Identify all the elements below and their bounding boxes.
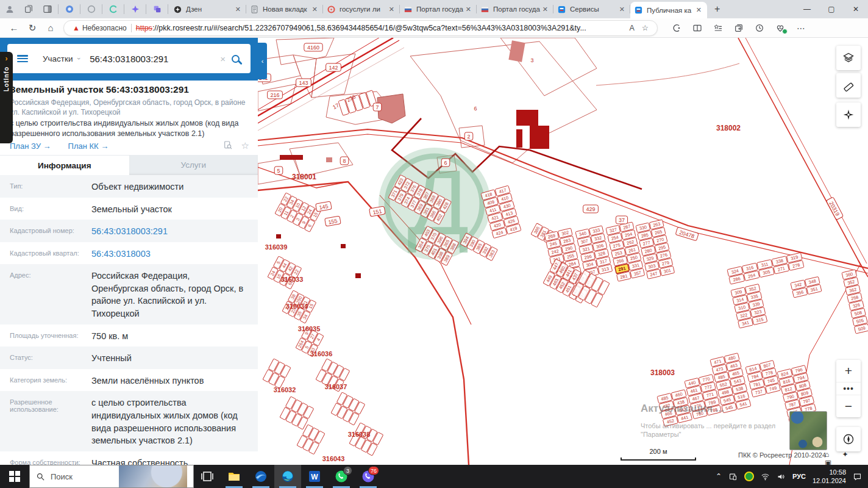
parcel-cluster[interactable]: 418417409410411430421413420426424419 — [481, 185, 521, 238]
browser-beta-button[interactable] — [247, 465, 274, 488]
url-text[interactable]: ://pkk.rosreestr.ru/#/search/51.22326707… — [152, 24, 626, 32]
tab-information[interactable]: Информация — [0, 155, 129, 175]
measure-button[interactable] — [836, 73, 861, 98]
tab-stack-icon[interactable] — [23, 4, 34, 15]
refresh-button[interactable]: ↻ — [23, 20, 41, 36]
word-button[interactable]: W — [301, 465, 328, 488]
bookmark-star-icon[interactable]: ☆ — [241, 140, 249, 151]
map-canvas[interactable]: Д 38638139226930224528324229024125524328… — [258, 38, 868, 465]
parcel-cluster[interactable] — [349, 423, 383, 456]
tab-close-icon[interactable]: ✕ — [310, 5, 319, 13]
sber-tray-icon[interactable] — [744, 472, 754, 481]
notification-center-icon[interactable] — [853, 472, 862, 481]
tab-close-icon[interactable]: ✕ — [694, 6, 703, 14]
news-widget-image[interactable] — [119, 465, 187, 487]
read-aloud-icon[interactable]: A — [629, 24, 634, 32]
parcel-cluster[interactable] — [297, 425, 325, 454]
extension-spark-icon[interactable] — [130, 4, 140, 15]
file-explorer-button[interactable] — [221, 465, 247, 488]
parcel-cluster[interactable]: 20221134210312924615 — [275, 193, 321, 232]
wifi-icon[interactable] — [761, 472, 770, 481]
orientation-button[interactable] — [836, 427, 861, 451]
profile-avatar-icon[interactable] — [4, 4, 15, 15]
whatsapp-button[interactable]: 3 — [328, 465, 355, 488]
new-tab-button[interactable]: + — [714, 4, 720, 15]
parcel-cluster[interactable]: 342348356351 — [791, 277, 822, 298]
search-icon[interactable] — [232, 55, 240, 63]
tab-close-icon[interactable]: ✕ — [387, 5, 396, 13]
tab-close-icon[interactable]: ✕ — [233, 5, 243, 13]
browser-tab[interactable]: Новая вкладк✕ — [246, 0, 323, 18]
locate-button[interactable] — [836, 102, 861, 127]
favorites-icon[interactable] — [708, 20, 728, 36]
browser-tab[interactable]: Сервисы✕ — [553, 0, 630, 18]
parcel-cluster[interactable]: 245164418426822 — [268, 256, 302, 289]
search-category-select[interactable]: Участки — [43, 54, 73, 63]
chevron-down-icon[interactable]: › — [75, 57, 82, 60]
browser-essentials-icon[interactable] — [770, 20, 791, 36]
extension-squares-icon[interactable] — [152, 4, 162, 15]
device-link-icon[interactable] — [728, 472, 738, 481]
copilot-icon[interactable] — [666, 20, 687, 36]
speaker-icon[interactable] — [777, 472, 786, 481]
basemap-thumbnail[interactable] — [789, 411, 827, 450]
collections-icon[interactable] — [728, 20, 749, 36]
tab-services[interactable]: Услуги — [129, 155, 258, 175]
parcel-cluster[interactable] — [263, 359, 291, 389]
back-button[interactable]: ← — [5, 20, 23, 36]
map-footer-icons[interactable]: ⌂ ✦ ▣ — [825, 450, 868, 465]
tab-close-icon[interactable]: ✕ — [464, 5, 473, 13]
favorite-star-icon[interactable]: ☆ — [642, 23, 649, 32]
minimize-button[interactable]: — — [795, 0, 819, 18]
parcel-cluster[interactable] — [331, 392, 365, 425]
tab-close-icon[interactable]: ✕ — [617, 5, 627, 13]
parcel-cluster[interactable]: 324316311338319286264305271278 — [727, 253, 804, 284]
zoom-in-button[interactable]: + — [836, 360, 861, 382]
parcel-cluster[interactable]: 360352362268326508505509 — [842, 270, 868, 334]
attribute-value[interactable]: 56:43:0318003 — [91, 248, 258, 260]
parcel-cluster[interactable]: 309352314335310339322323341315 — [731, 284, 767, 328]
start-button[interactable] — [0, 465, 29, 488]
home-button[interactable]: ⌂ — [41, 20, 60, 36]
lotinfo-side-tab[interactable]: › LotInfo — [0, 52, 13, 143]
address-bar[interactable]: ▲ Небезопасно https ://pkk.rosreestr.ru/… — [63, 20, 658, 36]
task-view-button[interactable] — [194, 465, 221, 488]
browser-tab[interactable]: Портал госуда✕ — [400, 0, 477, 18]
attribute-value[interactable]: 56:43:0318003:291 — [91, 225, 258, 238]
history-icon[interactable] — [749, 20, 770, 36]
settings-menu-icon[interactable]: ⋯ — [791, 20, 811, 36]
close-button[interactable]: ✕ — [844, 0, 868, 18]
taskbar-clock[interactable]: 10:58 12.01.2024 — [813, 468, 846, 486]
tab-close-icon[interactable]: ✕ — [541, 5, 550, 13]
clear-search-icon[interactable]: × — [220, 54, 226, 64]
preview-doc-icon[interactable] — [223, 140, 233, 152]
extension-teal-icon[interactable] — [108, 4, 118, 15]
browser-tab[interactable]: Портал госуда✕ — [477, 0, 553, 18]
parcel-cluster[interactable]: 485460482438466443452441 — [657, 390, 692, 426]
extension-blue-icon[interactable] — [64, 4, 74, 15]
browser-tab[interactable]: Дзен✕ — [169, 0, 246, 18]
plan-zu-link[interactable]: План ЗУ → — [10, 142, 51, 151]
parcel-cluster[interactable]: 814807784778781745737749 — [745, 361, 780, 397]
restore-button[interactable]: ▢ — [819, 0, 844, 18]
extension-ring-icon[interactable] — [86, 4, 96, 15]
tray-expand-icon[interactable]: ⌃ — [716, 472, 722, 481]
plan-kk-link[interactable]: План КК → — [68, 142, 109, 151]
zoom-levels-button[interactable]: ••• — [836, 382, 861, 395]
sidebar-toggle-icon[interactable] — [42, 4, 52, 15]
language-indicator[interactable]: РУС — [792, 473, 806, 480]
panel-collapse-button[interactable]: ‹ — [258, 43, 267, 79]
zoom-out-button[interactable]: − — [836, 395, 861, 417]
viber-button[interactable]: 76 — [355, 465, 382, 488]
search-input[interactable] — [88, 53, 214, 65]
menu-icon[interactable] — [17, 55, 28, 62]
taskbar-search[interactable]: Поиск — [29, 465, 194, 488]
parcel-clusters[interactable]: 3863813922693022452832422902412552432842… — [263, 90, 868, 456]
split-screen-icon[interactable] — [687, 20, 708, 36]
browser-tab[interactable]: госуслуги ли✕ — [323, 0, 400, 18]
parcel-cluster[interactable] — [280, 396, 314, 429]
edge-button[interactable] — [274, 465, 301, 488]
cadastral-map[interactable]: Д 38638139226930224528324229024125524328… — [258, 38, 868, 465]
browser-tab[interactable]: Публичная ка✕ — [630, 2, 707, 18]
layers-button[interactable] — [836, 46, 861, 70]
